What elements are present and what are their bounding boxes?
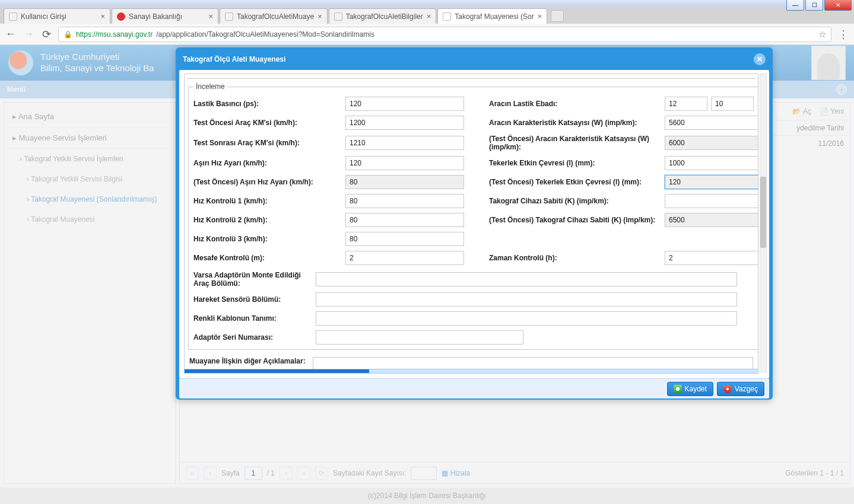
progress-bar — [184, 369, 758, 374]
label-hiz1: Hız Kontrolü 1 (km/h): — [193, 197, 342, 205]
tab-title: Kullanıcı Girişi — [21, 12, 97, 21]
close-icon[interactable]: × — [100, 12, 105, 21]
window-titlebar: — ☐ ✕ — [0, 0, 854, 6]
label-hiz2: Hız Kontrolü 2 (km/h): — [193, 216, 342, 224]
url-path: /app/application/TakografOlcuAletiMuayen… — [156, 30, 374, 39]
input-mesafe[interactable] — [345, 251, 464, 265]
label-zaman: Zaman Kontrolü (h): — [489, 254, 661, 262]
forward-button[interactable]: → — [23, 28, 34, 40]
input-tekerlek-etkin[interactable] — [665, 156, 758, 170]
reload-button[interactable]: ⟳ — [40, 28, 52, 41]
close-icon[interactable]: × — [427, 12, 431, 21]
input-asiri-hiz[interactable] — [345, 156, 464, 170]
input-hareket-sensoru[interactable] — [316, 292, 737, 307]
input-karakteristik-w[interactable] — [665, 116, 758, 130]
label-karakteristik-w: Aracın Karakteristik Katsayısı (W) (imp/… — [489, 119, 661, 127]
progress-mark — [368, 369, 369, 373]
tab-title: TakografOlcuAletiBilgiler — [346, 12, 423, 21]
input-oncesi-asiri-hiz — [345, 175, 464, 189]
modal-scroll-area[interactable]: İnceleme Lastik Basıncı (ps): Aracın Las… — [184, 74, 758, 372]
browser-tab[interactable]: Sanayi Bakanlığı × — [112, 8, 218, 24]
fieldset-legend: İnceleme — [193, 82, 227, 91]
label-asiri-hiz: Aşırı Hız Ayarı (km/h): — [193, 159, 342, 167]
tab-title: Takograf Muayenesi (Sor — [455, 12, 534, 21]
label-tire-r: R — [757, 100, 758, 108]
label-hiz3: Hız Kontrolü 3 (km/h): — [193, 235, 342, 243]
input-test-oncesi-km[interactable] — [345, 116, 464, 130]
modal-body: İnceleme Lastik Basıncı (ps): Aracın Las… — [179, 70, 769, 378]
input-oncesi-tekerlek-etkin — [665, 175, 758, 189]
browser-menu-button[interactable]: ⋮ — [837, 28, 849, 41]
label-lastik-ebadi: Aracın Lastik Ebadı: — [489, 100, 661, 108]
modal-title-bar[interactable]: Takograf Ölçü Aleti Muayenesi ✕ — [179, 51, 769, 70]
page-icon — [225, 12, 233, 21]
page-icon — [117, 12, 125, 21]
browser-toolbar: ← → ⟳ 🔒 https://msu.sanayi.gov.tr/app/ap… — [0, 24, 854, 45]
input-oncesi-cihaz-sabiti — [665, 213, 758, 227]
url-host: https://msu.sanayi.gov.tr — [76, 30, 153, 39]
label-adaptor-seri: Adaptör Seri Numarası: — [193, 333, 312, 342]
scrollbar-thumb[interactable] — [760, 177, 766, 248]
label-adaptor-bolumu: Varsa Adaptörün Monte Edildiği Araç Bölü… — [193, 271, 312, 288]
fieldset-inceleme: İnceleme Lastik Basıncı (ps): Aracın Las… — [188, 82, 758, 350]
save-button[interactable]: Kaydet — [667, 382, 713, 396]
input-zaman[interactable] — [665, 251, 758, 265]
input-adaptor-bolumu[interactable] — [316, 272, 737, 286]
label-test-sonrasi-km: Test Sonrası Araç KM'si (km/h): — [193, 139, 342, 147]
input-lastik-basinci[interactable] — [345, 97, 464, 111]
input-oncesi-karakteristik-w — [665, 136, 758, 150]
label-oncesi-asiri-hiz: (Test Öncesi) Aşırı Hız Ayarı (km/h): — [193, 178, 342, 186]
cancel-button[interactable]: Vazgeç — [717, 382, 764, 396]
window-max-button[interactable]: ☐ — [805, 0, 823, 11]
window-close-button[interactable]: ✕ — [824, 0, 852, 11]
label-tekerlek-etkin: Tekerlek Etkin Çevresi (l) (mm): — [489, 159, 661, 167]
page-icon — [443, 12, 451, 21]
modal-close-button[interactable]: ✕ — [754, 53, 766, 65]
bookmark-icon[interactable]: ☆ — [818, 29, 826, 40]
close-icon[interactable]: × — [208, 12, 213, 21]
address-bar[interactable]: 🔒 https://msu.sanayi.gov.tr/app/applicat… — [58, 27, 831, 42]
lock-icon: 🔒 — [64, 30, 72, 39]
label-hareket-sensoru: Hareket Sensörü Bölümü: — [193, 295, 312, 304]
new-tab-button[interactable] — [551, 10, 564, 22]
modal-dialog: Takograf Ölçü Aleti Muayenesi ✕ İnceleme… — [176, 47, 773, 400]
label-renkli-kablo: Renkli Kablonun Tanımı: — [193, 314, 312, 323]
label-oncesi-karakteristik-w: (Test Öncesi) Aracın Karakteristik Katsa… — [489, 135, 661, 151]
browser-tab[interactable]: TakografOlcuAletiBilgiler × — [329, 8, 437, 24]
page-icon — [9, 12, 17, 21]
back-button[interactable]: ← — [5, 28, 17, 40]
label-oncesi-tekerlek-etkin: (Test Öncesi) Tekerlek Etkin Çevresi (l)… — [489, 178, 661, 186]
window-min-button[interactable]: — — [786, 0, 804, 11]
tab-title: Sanayi Bakanlığı — [129, 12, 205, 21]
cancel-label: Vazgeç — [735, 385, 758, 393]
modal-title: Takograf Ölçü Aleti Muayenesi — [183, 55, 285, 63]
label-oncesi-cihaz-sabiti: (Test Öncesi) Takograf Cihazı Sabiti (K)… — [489, 216, 661, 224]
save-icon — [674, 385, 682, 393]
label-mesafe: Mesafe Kontrolü (m): — [193, 254, 342, 262]
page-icon — [334, 12, 342, 21]
browser-tab[interactable]: TakografOlcuAletiMuaye × — [220, 8, 328, 24]
cancel-icon — [723, 385, 732, 393]
input-hiz1[interactable] — [345, 194, 464, 208]
input-adaptor-seri[interactable] — [316, 330, 523, 344]
input-test-sonrasi-km[interactable] — [345, 136, 464, 150]
input-hiz3[interactable] — [345, 232, 464, 246]
modal-footer: Kaydet Vazgeç — [179, 378, 769, 398]
close-icon[interactable]: × — [318, 12, 322, 21]
input-renkli-kablo[interactable] — [316, 311, 737, 326]
label-lastik-basinci: Lastik Basıncı (ps): — [193, 100, 342, 108]
input-tire-width[interactable] — [665, 97, 707, 111]
label-test-oncesi-km: Test Öncesi Araç KM'si (km/h): — [193, 119, 342, 127]
tire-size-group: R — [665, 97, 758, 111]
save-label: Kaydet — [685, 385, 707, 393]
browser-tab-active[interactable]: Takograf Muayenesi (Sor × — [437, 8, 547, 24]
input-tire-ratio[interactable] — [711, 97, 754, 111]
input-cihaz-sabiti[interactable] — [665, 194, 758, 208]
browser-tabstrip: Kullanıcı Girişi × Sanayi Bakanlığı × Ta… — [0, 6, 854, 24]
browser-tab[interactable]: Kullanıcı Girişi × — [4, 8, 110, 24]
close-icon[interactable]: × — [538, 12, 542, 21]
input-hiz2[interactable] — [345, 213, 464, 227]
label-cihaz-sabiti: Takograf Cihazı Sabiti (K) (imp/km): — [489, 197, 661, 205]
progress-done — [185, 369, 368, 373]
tab-title: TakografOlcuAletiMuaye — [237, 12, 314, 21]
